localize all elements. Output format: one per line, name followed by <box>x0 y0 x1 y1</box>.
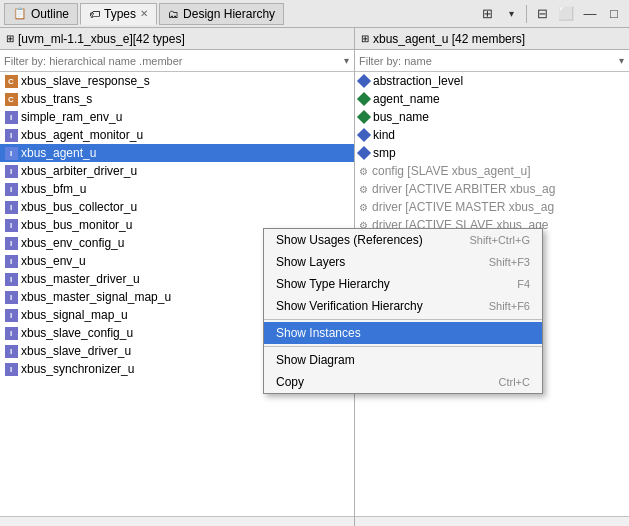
ctx-show-layers[interactable]: Show Layers Shift+F3 <box>264 251 542 273</box>
item-label: xbus_bus_monitor_u <box>21 218 132 232</box>
ctx-show-usages-shortcut: Shift+Ctrl+G <box>469 234 530 246</box>
item-label: simple_ram_env_u <box>21 110 122 124</box>
list-item[interactable]: abstraction_level <box>355 72 629 90</box>
tab-design-hierarchy[interactable]: 🗂 Design Hierarchy <box>159 3 284 25</box>
list-item[interactable]: ⚙ driver [ACTIVE MASTER xbus_ag <box>355 198 629 216</box>
interface-icon: I <box>4 236 18 250</box>
list-item[interactable]: bus_name <box>355 108 629 126</box>
tab-types-label: Types <box>104 7 136 21</box>
interface-icon: I <box>4 200 18 214</box>
list-item[interactable]: C xbus_slave_response_s <box>0 72 354 90</box>
item-label: xbus_master_signal_map_u <box>21 290 171 304</box>
ctx-show-type-hierarchy[interactable]: Show Type Hierarchy F4 <box>264 273 542 295</box>
item-label: xbus_signal_map_u <box>21 308 128 322</box>
member-label: abstraction_level <box>373 74 463 88</box>
interface-icon: I <box>4 308 18 322</box>
ctx-show-type-hierarchy-label: Show Type Hierarchy <box>276 277 390 291</box>
right-h-scrollbar[interactable] <box>355 516 629 526</box>
item-label: xbus_trans_s <box>21 92 92 106</box>
toolbar-dropdown-icon[interactable]: ▾ <box>500 3 522 25</box>
toolbar-minimize-icon[interactable]: — <box>579 3 601 25</box>
diamond-green-icon <box>357 92 371 106</box>
tab-outline-label: Outline <box>31 7 69 21</box>
left-filter-input[interactable] <box>0 53 338 69</box>
list-item[interactable]: kind <box>355 126 629 144</box>
ctx-separator-2 <box>264 346 542 347</box>
gear-icon: ⚙ <box>359 202 368 213</box>
item-label-selected: xbus_agent_u <box>21 146 96 160</box>
list-item[interactable]: ⚙ config [SLAVE xbus_agent_u] <box>355 162 629 180</box>
tab-outline[interactable]: 📋 Outline <box>4 3 78 25</box>
list-item[interactable]: smp <box>355 144 629 162</box>
left-h-scrollbar[interactable] <box>0 516 354 526</box>
ctx-show-instances[interactable]: Show Instances <box>264 322 542 344</box>
interface-icon: I <box>4 344 18 358</box>
list-item[interactable]: agent_name <box>355 90 629 108</box>
item-label: xbus_synchronizer_u <box>21 362 134 376</box>
right-pane-header: ⊞ xbus_agent_u [42 members] <box>355 28 629 50</box>
member-label: agent_name <box>373 92 440 106</box>
member-label: driver [ACTIVE ARBITER xbus_ag <box>372 182 555 196</box>
ctx-show-layers-shortcut: Shift+F3 <box>489 256 530 268</box>
right-filter-arrow[interactable]: ▾ <box>613 53 629 69</box>
ctx-copy-label: Copy <box>276 375 304 389</box>
interface-icon: I <box>4 110 18 124</box>
ctx-show-diagram-label: Show Diagram <box>276 353 355 367</box>
class-icon: C <box>4 74 18 88</box>
item-label: xbus_slave_driver_u <box>21 344 131 358</box>
interface-icon: I <box>4 326 18 340</box>
list-item[interactable]: I xbus_agent_monitor_u <box>0 126 354 144</box>
design-hierarchy-icon: 🗂 <box>168 8 179 20</box>
left-filter-arrow[interactable]: ▾ <box>338 53 354 69</box>
member-label: config [SLAVE xbus_agent_u] <box>372 164 531 178</box>
ctx-show-verification-hierarchy[interactable]: Show Verification Hierarchy Shift+F6 <box>264 295 542 317</box>
tab-design-hierarchy-label: Design Hierarchy <box>183 7 275 21</box>
interface-icon: I <box>4 272 18 286</box>
ctx-show-layers-label: Show Layers <box>276 255 345 269</box>
list-item[interactable]: C xbus_trans_s <box>0 90 354 108</box>
toolbar-layout2-icon[interactable]: ⬜ <box>555 3 577 25</box>
ctx-show-verification-hierarchy-shortcut: Shift+F6 <box>489 300 530 312</box>
member-label: kind <box>373 128 395 142</box>
ctx-show-diagram[interactable]: Show Diagram <box>264 349 542 371</box>
list-item[interactable]: ⚙ driver [ACTIVE ARBITER xbus_ag <box>355 180 629 198</box>
member-label: driver [ACTIVE MASTER xbus_ag <box>372 200 554 214</box>
close-types-icon[interactable]: ✕ <box>140 8 148 19</box>
right-filter-input[interactable] <box>355 53 613 69</box>
toolbar-maximize-icon[interactable]: □ <box>603 3 625 25</box>
interface-icon: I <box>4 128 18 142</box>
toolbar-grid-icon[interactable]: ⊞ <box>476 3 498 25</box>
interface-icon: I <box>4 164 18 178</box>
list-item[interactable]: I xbus_bfm_u <box>0 180 354 198</box>
toolbar-icons: ⊞ ▾ ⊟ ⬜ — □ <box>476 3 625 25</box>
class-icon: C <box>4 92 18 106</box>
types-icon: 🏷 <box>89 8 100 20</box>
right-filter-bar: ▾ <box>355 50 629 72</box>
outline-icon: 📋 <box>13 7 27 20</box>
toolbar: 📋 Outline 🏷 Types ✕ 🗂 Design Hierarchy ⊞… <box>0 0 629 28</box>
list-item[interactable]: I simple_ram_env_u <box>0 108 354 126</box>
interface-icon-selected: I <box>4 146 18 160</box>
tab-types[interactable]: 🏷 Types ✕ <box>80 3 157 25</box>
interface-icon: I <box>4 218 18 232</box>
diamond-blue-icon <box>357 74 371 88</box>
ctx-show-type-hierarchy-shortcut: F4 <box>517 278 530 290</box>
ctx-show-usages[interactable]: Show Usages (References) Shift+Ctrl+G <box>264 229 542 251</box>
ctx-show-verification-hierarchy-label: Show Verification Hierarchy <box>276 299 423 313</box>
list-item[interactable]: I xbus_bus_collector_u <box>0 198 354 216</box>
gear-icon: ⚙ <box>359 184 368 195</box>
ctx-copy-shortcut: Ctrl+C <box>499 376 530 388</box>
toolbar-layout-icon[interactable]: ⊟ <box>531 3 553 25</box>
interface-icon: I <box>4 290 18 304</box>
toolbar-sep-1 <box>526 5 527 23</box>
ctx-copy[interactable]: Copy Ctrl+C <box>264 371 542 393</box>
ctx-show-usages-label: Show Usages (References) <box>276 233 423 247</box>
interface-icon: I <box>4 182 18 196</box>
left-filter-bar: ▾ <box>0 50 354 72</box>
ctx-show-instances-label: Show Instances <box>276 326 361 340</box>
diamond-blue-icon <box>357 128 371 142</box>
list-item[interactable]: I xbus_arbiter_driver_u <box>0 162 354 180</box>
interface-icon: I <box>4 362 18 376</box>
list-item-selected[interactable]: I xbus_agent_u <box>0 144 354 162</box>
right-pane-header-icon: ⊞ <box>361 33 369 44</box>
